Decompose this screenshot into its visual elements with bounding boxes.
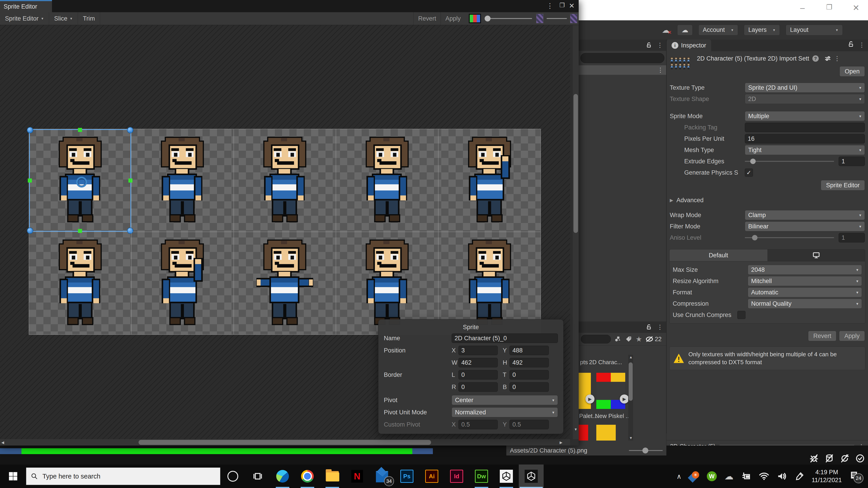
kebab-menu-icon[interactable]: ⋮ xyxy=(834,55,840,62)
taskbar-app-netflix[interactable]: N xyxy=(345,464,370,488)
sprite-cell[interactable] xyxy=(234,232,336,335)
apply-button[interactable]: Apply xyxy=(839,331,865,341)
cache-off-icon[interactable] xyxy=(825,454,834,463)
selection-handle[interactable] xyxy=(78,128,82,132)
compression-dropdown[interactable]: Normal Quality ▼ xyxy=(748,299,862,308)
unlock-icon[interactable] xyxy=(646,324,652,330)
generate-physics-checkbox[interactable]: ✓ xyxy=(745,168,753,177)
sprite-pack-icon[interactable] xyxy=(614,335,622,343)
project-item-label[interactable]: Palet... xyxy=(579,413,597,420)
selected-row[interactable]: ⋮ xyxy=(579,65,666,75)
horizontal-scrollbar[interactable]: ◀ ▶ xyxy=(0,439,570,446)
sprite-cell[interactable] xyxy=(29,232,131,335)
scroll-down-icon[interactable]: ▼ xyxy=(574,427,578,431)
open-button[interactable]: Open xyxy=(839,66,865,76)
position-y-input[interactable]: 488 xyxy=(509,346,549,355)
apply-button[interactable]: Apply xyxy=(440,12,465,25)
asset-thumbnail[interactable]: ▶ xyxy=(596,373,625,409)
close-icon[interactable]: ✕ xyxy=(569,2,575,10)
taskbar-search[interactable] xyxy=(26,467,220,485)
sprite-editor-menu[interactable]: Sprite Editor ▼ xyxy=(0,12,49,25)
trim-button[interactable]: Trim xyxy=(78,12,100,25)
power-plug-icon[interactable] xyxy=(741,471,751,481)
asset-thumbnail[interactable] xyxy=(596,425,616,441)
refresh-off-icon[interactable] xyxy=(840,454,849,463)
sprite-cell[interactable] xyxy=(29,129,131,232)
maximize-icon[interactable]: ❐ xyxy=(559,2,565,9)
scroll-right-icon[interactable]: ▶ xyxy=(560,440,562,445)
help-icon[interactable]: ? xyxy=(812,55,819,62)
tray-app-icon[interactable]: ✳ xyxy=(689,471,699,481)
resize-algorithm-dropdown[interactable]: Mitchell ▼ xyxy=(748,276,862,286)
onedrive-icon[interactable]: ☁ xyxy=(724,471,734,482)
scroll-down-icon[interactable]: ▼ xyxy=(629,436,633,440)
sprite-selection[interactable] xyxy=(29,129,131,232)
project-item-label[interactable]: 2D Charac... xyxy=(589,359,622,366)
sprite-cell[interactable] xyxy=(131,232,234,335)
window-menu-icon[interactable]: ⋮ xyxy=(547,2,553,10)
cloud-button[interactable]: ☁ xyxy=(677,25,692,35)
tray-expand-icon[interactable]: ∧ xyxy=(677,473,682,480)
border-l-input[interactable]: 0 xyxy=(458,370,498,380)
texture-type-dropdown[interactable]: Sprite (2D and UI) ▼ xyxy=(745,83,865,93)
border-t-input[interactable]: 0 xyxy=(509,370,549,380)
sprite-editor-button[interactable]: Sprite Editor xyxy=(821,180,865,191)
sprite-name-input[interactable]: 2D Character (5)_0 xyxy=(452,333,558,343)
kebab-menu-icon[interactable]: ⋮ xyxy=(859,41,865,48)
format-dropdown[interactable]: Automatic ▼ xyxy=(748,287,862,297)
hidden-count[interactable]: 22 xyxy=(645,336,662,343)
pivot-dropdown[interactable]: Center ▼ xyxy=(452,395,558,405)
scroll-left-icon[interactable]: ◀ xyxy=(1,440,4,445)
project-scrollbar[interactable]: ▲ ▼ xyxy=(628,355,633,441)
tab-inspector[interactable]: i Inspector xyxy=(666,39,711,51)
extrude-edges-slider[interactable] xyxy=(745,161,834,162)
pivot-unit-mode-dropdown[interactable]: Normalized ▼ xyxy=(452,408,558,417)
taskbar-app-indesign[interactable]: Id xyxy=(444,464,469,488)
thumbnail-size-slider[interactable] xyxy=(629,450,663,451)
revert-button[interactable]: Revert xyxy=(413,12,441,25)
sprite-cell[interactable] xyxy=(438,129,541,232)
extrude-edges-value[interactable]: 1 xyxy=(839,157,865,166)
width-input[interactable]: 462 xyxy=(458,358,498,367)
layout-dropdown[interactable]: Layout ▼ xyxy=(786,25,843,35)
presets-icon[interactable] xyxy=(825,55,831,62)
notification-center[interactable]: 24 xyxy=(849,470,862,482)
wifi-icon[interactable] xyxy=(759,472,769,481)
sprite-cell[interactable] xyxy=(131,129,234,232)
cortana-button[interactable] xyxy=(220,464,245,488)
scrollbar-thumb[interactable] xyxy=(574,94,578,233)
max-size-dropdown[interactable]: 2048 ▼ xyxy=(748,265,862,275)
taskbar-app-edge[interactable] xyxy=(270,464,295,488)
taskbar-app-explorer[interactable] xyxy=(320,464,345,488)
sprite-cell[interactable] xyxy=(336,129,438,232)
project-item-label[interactable]: New Piskel ... xyxy=(595,413,631,420)
project-item-label[interactable]: pts xyxy=(580,359,588,366)
packing-tag-input[interactable] xyxy=(745,123,865,132)
border-b-input[interactable]: 0 xyxy=(509,382,549,392)
collab-icon[interactable]: ☁ ✕ xyxy=(662,26,670,35)
taskbar-app-unity-hub[interactable] xyxy=(494,464,519,488)
favorites-star-icon[interactable]: ★ xyxy=(636,335,642,344)
border-r-input[interactable]: 0 xyxy=(458,382,498,392)
vertical-scrollbar[interactable]: ▼ xyxy=(573,25,579,439)
pen-icon[interactable] xyxy=(795,472,804,481)
volume-icon[interactable] xyxy=(777,472,787,481)
hidden-panel-field[interactable] xyxy=(581,53,664,63)
tab-sprite-editor[interactable]: Sprite Editor xyxy=(0,0,52,12)
unlock-icon[interactable] xyxy=(646,42,652,48)
close-icon[interactable]: ✕ xyxy=(852,3,860,13)
scrollbar-thumb[interactable] xyxy=(138,440,431,445)
restore-icon[interactable]: ❐ xyxy=(826,3,832,11)
scrollbar-thumb[interactable] xyxy=(629,362,633,401)
mesh-type-dropdown[interactable]: Tight ▼ xyxy=(745,145,865,155)
taskbar-app-unity-editor[interactable] xyxy=(519,464,544,488)
wrap-mode-dropdown[interactable]: Clamp ▼ xyxy=(745,210,865,220)
debugger-off-icon[interactable] xyxy=(809,454,819,463)
start-button[interactable] xyxy=(0,464,26,488)
play-badge-icon[interactable]: ▶ xyxy=(585,394,594,403)
project-search-input[interactable] xyxy=(581,335,611,344)
minimize-icon[interactable]: – xyxy=(800,3,805,13)
color-channels-icon[interactable] xyxy=(469,14,481,23)
taskbar-app-dreamweaver[interactable]: Dw xyxy=(469,464,494,488)
crunch-checkbox[interactable] xyxy=(737,311,745,319)
